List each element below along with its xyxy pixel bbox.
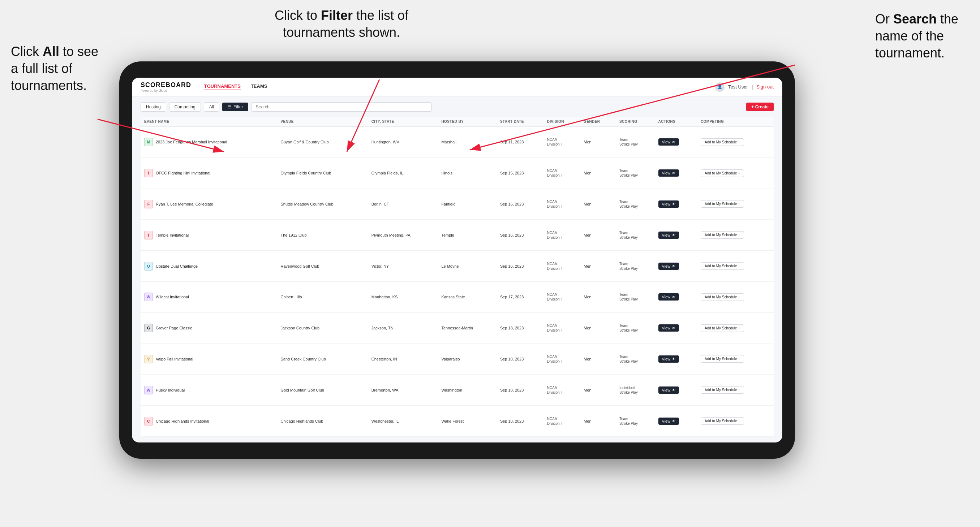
view-label: View (662, 357, 671, 361)
city-state: Jackson, TN (368, 313, 438, 343)
search-input[interactable] (251, 102, 432, 112)
view-label: View (662, 388, 671, 392)
add-schedule-button[interactable]: Add to My Schedule + (701, 417, 744, 425)
start-date: Sep 11, 2023 (496, 127, 544, 158)
view-button[interactable]: View 👁 (659, 138, 679, 146)
add-schedule-button[interactable]: Add to My Schedule + (701, 293, 744, 301)
col-city-state: CITY, STATE (368, 117, 438, 127)
view-label: View (662, 233, 671, 237)
view-button[interactable]: View 👁 (659, 386, 679, 394)
team-icon: M (144, 138, 153, 146)
division: NCAADivision I (544, 189, 580, 220)
city-state: Chesterton, IN (368, 343, 438, 375)
venue: The 1912 Club (277, 220, 368, 251)
division: NCAADivision I (544, 127, 580, 158)
view-button[interactable]: View 👁 (659, 293, 679, 300)
division: NCAADivision I (544, 251, 580, 282)
add-schedule-button[interactable]: Add to My Schedule + (701, 138, 744, 146)
venue: Ravenwood Golf Club (277, 251, 368, 282)
tournament-table: EVENT NAME VENUE CITY, STATE HOSTED BY S… (140, 117, 774, 437)
gender: Men (580, 375, 616, 406)
view-button[interactable]: View 👁 (659, 200, 679, 208)
annotation-search: Or Search thename of thetournament. (875, 11, 958, 61)
hosted-by: Le Moyne (438, 251, 496, 282)
view-button[interactable]: View 👁 (659, 263, 679, 270)
venue: Shuttle Meadow Country Club (277, 189, 368, 220)
view-button[interactable]: View 👁 (659, 324, 679, 332)
division: NCAADivision I (544, 375, 580, 406)
venue: Colbert Hills (277, 281, 368, 313)
add-schedule-button[interactable]: Add to My Schedule + (701, 170, 744, 177)
nav-tournaments[interactable]: TOURNAMENTS (204, 83, 241, 90)
event-name: Husky Individual (156, 388, 185, 392)
filter-bar: Hosting Competing All ☰ Filter + Create (140, 102, 774, 112)
filter-button[interactable]: ☰ Filter (222, 103, 248, 111)
tab-competing[interactable]: Competing (169, 102, 201, 112)
view-button[interactable]: View 👁 (659, 170, 679, 177)
view-button[interactable]: View 👁 (659, 232, 679, 239)
tab-all[interactable]: All (204, 102, 220, 112)
division: NCAADivision I (544, 406, 580, 437)
event-name: Chicago Highlands Invitational (156, 419, 209, 423)
team-icon: U (144, 262, 153, 271)
logo-area: SCOREBOARD Powered by clippd (140, 81, 191, 92)
add-schedule-button[interactable]: Add to My Schedule + (701, 200, 744, 208)
event-name: 2023 Joe Feaganes Marshall Invitational (156, 140, 227, 144)
table-row: I OFCC Fighting Illini Invitational Olym… (140, 157, 774, 189)
sign-out-link[interactable]: Sign out (756, 84, 774, 90)
view-button[interactable]: View 👁 (659, 417, 679, 425)
event-name: Valpo Fall Invitational (156, 357, 193, 361)
table-row: T Temple Invitational The 1912 ClubPlymo… (140, 220, 774, 251)
hosted-by: Illinois (438, 157, 496, 189)
gender: Men (580, 281, 616, 313)
gender: Men (580, 313, 616, 343)
table-row: C Chicago Highlands Invitational Chicago… (140, 406, 774, 437)
scoring: TeamStroke Play (616, 251, 655, 282)
gender: Men (580, 343, 616, 375)
app-logo: SCOREBOARD (140, 81, 191, 89)
tab-hosting[interactable]: Hosting (140, 102, 166, 112)
gender: Men (580, 220, 616, 251)
eye-icon: 👁 (672, 140, 675, 144)
add-schedule-button[interactable]: Add to My Schedule + (701, 231, 744, 239)
col-division: DIVISION (544, 117, 580, 127)
venue: Gold Mountain Golf Club (277, 375, 368, 406)
city-state: Berlin, CT (368, 189, 438, 220)
eye-icon: 👁 (672, 202, 675, 206)
eye-icon: 👁 (672, 388, 675, 392)
add-schedule-button[interactable]: Add to My Schedule + (701, 355, 744, 363)
view-label: View (662, 264, 671, 268)
create-button[interactable]: + Create (746, 103, 774, 111)
venue: Chicago Highlands Club (277, 406, 368, 437)
add-schedule-button[interactable]: Add to My Schedule + (701, 386, 744, 394)
app-header: SCOREBOARD Powered by clippd TOURNAMENTS… (132, 78, 782, 97)
view-button[interactable]: View 👁 (659, 356, 679, 363)
scoring: TeamStroke Play (616, 406, 655, 437)
view-label: View (662, 171, 671, 175)
hosted-by: Temple (438, 220, 496, 251)
col-competing: COMPETING (697, 117, 774, 127)
tablet-screen: SCOREBOARD Powered by clippd TOURNAMENTS… (132, 78, 782, 443)
scoring: TeamStroke Play (616, 189, 655, 220)
scoring: TeamStroke Play (616, 343, 655, 375)
start-date: Sep 18, 2023 (496, 313, 544, 343)
scoring: TeamStroke Play (616, 281, 655, 313)
add-schedule-button[interactable]: Add to My Schedule + (701, 324, 744, 332)
eye-icon: 👁 (672, 171, 675, 175)
hosted-by: Fairfield (438, 189, 496, 220)
team-icon: W (144, 386, 153, 394)
team-icon: I (144, 169, 153, 177)
table-row: G Grover Page Classic Jackson Country Cl… (140, 313, 774, 343)
nav-teams[interactable]: TEAMS (251, 83, 267, 90)
filter-label: Filter (234, 105, 243, 110)
eye-icon: 👁 (672, 295, 675, 299)
team-icon: V (144, 355, 153, 364)
division: NCAADivision I (544, 220, 580, 251)
event-name: Ryan T. Lee Memorial Collegiate (156, 202, 213, 206)
venue: Sand Creek Country Club (277, 343, 368, 375)
header-right: 👤 Test User | Sign out (715, 83, 774, 92)
col-gender: GENDER (580, 117, 616, 127)
venue: Jackson Country Club (277, 313, 368, 343)
city-state: Manhattan, KS (368, 281, 438, 313)
add-schedule-button[interactable]: Add to My Schedule + (701, 262, 744, 270)
